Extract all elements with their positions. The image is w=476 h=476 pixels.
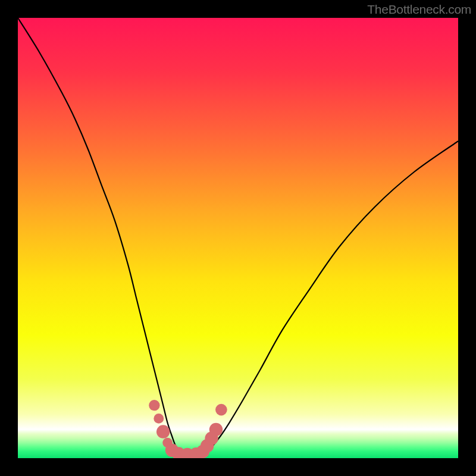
plot-area [18, 18, 458, 458]
curve-marker [209, 423, 223, 436]
watermark-text: TheBottleneck.com [367, 2, 471, 17]
curve-marker [156, 425, 170, 438]
chart-container: TheBottleneck.com [0, 0, 476, 476]
curve-layer [18, 18, 458, 458]
highlight-markers [149, 400, 227, 458]
curve-marker [154, 414, 164, 424]
bottleneck-curve [18, 18, 458, 456]
curve-marker [215, 404, 227, 416]
curve-marker [149, 400, 159, 411]
